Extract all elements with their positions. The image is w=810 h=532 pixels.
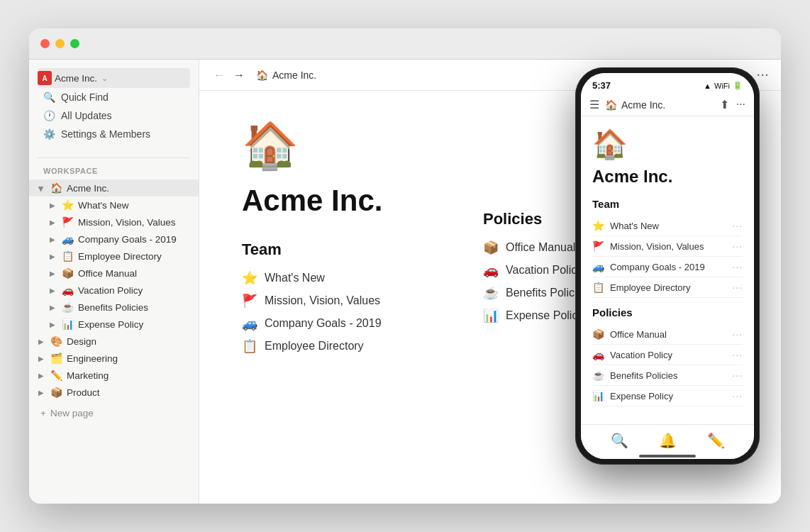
- quick-find-item[interactable]: 🔍 Quick Find: [38, 88, 190, 106]
- toolbar-right: Share ✓ Updates Favorite ···: [613, 70, 770, 81]
- plus-icon: +: [40, 408, 46, 419]
- main-content: ← → 🏠 Acme Inc. Share ✓ Updates Favorite…: [199, 60, 781, 504]
- favorite-button[interactable]: Favorite: [710, 70, 746, 81]
- page-left-column: 🏠 Acme Inc. Team ⭐What's New🚩Mission, Vi…: [242, 119, 440, 475]
- close-button[interactable]: [40, 39, 50, 48]
- breadcrumb-icon: 🏠: [256, 70, 268, 81]
- tree-toggle-icon: ▶: [46, 201, 59, 209]
- team-list: ⭐What's New🚩Mission, Vision, Values🚙Comp…: [242, 270, 440, 354]
- new-page-button[interactable]: + New page: [29, 404, 199, 423]
- sidebar-item[interactable]: ▶ 🎨 Design: [29, 333, 199, 350]
- quick-find-label: Quick Find: [61, 92, 109, 103]
- share-button[interactable]: Share: [613, 70, 639, 81]
- team-section-title: Team: [242, 240, 440, 259]
- breadcrumb-title: Acme Inc.: [272, 70, 316, 81]
- policies-list-item[interactable]: 🚗Vacation Policy: [483, 262, 625, 278]
- acme-root-label: 🏠 Acme Inc.: [50, 182, 109, 194]
- check-icon: ✓: [651, 70, 659, 80]
- gear-icon: ⚙️: [43, 128, 55, 140]
- sidebar-item[interactable]: ▶ ✏️ Marketing: [29, 367, 199, 384]
- policies-list: 📦Office Manual🚗Vacation Policy☕Benefits …: [483, 240, 625, 323]
- breadcrumb: 🏠 Acme Inc.: [256, 70, 316, 81]
- policies-list-item[interactable]: 📦Office Manual: [483, 240, 625, 255]
- tree-toggle-icon: ▶: [46, 287, 59, 294]
- team-list-item[interactable]: 🚙Company Goals - 2019: [242, 316, 440, 331]
- sidebar-item[interactable]: ▶ 📦 Product: [29, 384, 199, 401]
- back-button[interactable]: ←: [211, 67, 228, 83]
- page-icon: 🏠: [242, 119, 440, 172]
- tree-toggle-icon: ▶: [46, 253, 59, 260]
- sidebar-item[interactable]: ▶ 🗂️ Engineering: [29, 350, 199, 367]
- sidebar-item-acme-root[interactable]: ▶ 🏠 Acme Inc.: [29, 179, 199, 196]
- clock-icon: 🕐: [43, 110, 55, 121]
- sidebar-item[interactable]: ▶ 🚩 Mission, Vision, Values: [29, 214, 199, 231]
- tree-toggle-icon: ▶: [46, 321, 59, 328]
- all-updates-item[interactable]: 🕐 All Updates: [38, 106, 190, 125]
- team-list-item[interactable]: 🚩Mission, Vision, Values: [242, 293, 440, 309]
- sidebar-divider: [38, 157, 190, 158]
- title-bar: [29, 28, 781, 60]
- new-page-label: New page: [50, 408, 94, 419]
- team-list-item[interactable]: ⭐What's New: [242, 270, 440, 286]
- sidebar: A Acme Inc. ⌄ 🔍 Quick Find 🕐 All Updates…: [29, 60, 199, 504]
- tree-toggle-icon: ▶: [35, 389, 48, 397]
- tree-toggle-icon: ▶: [35, 338, 48, 345]
- maximize-button[interactable]: [70, 39, 79, 48]
- page-body: 🏠 Acme Inc. Team ⭐What's New🚩Mission, Vi…: [199, 91, 781, 504]
- sidebar-top: A Acme Inc. ⌄ 🔍 Quick Find 🕐 All Updates…: [29, 68, 199, 152]
- all-updates-label: All Updates: [61, 110, 112, 121]
- search-icon: 🔍: [43, 92, 55, 103]
- page-right-column: Policies 📦Office Manual🚗Vacation Policy☕…: [483, 119, 625, 475]
- content-toolbar: ← → 🏠 Acme Inc. Share ✓ Updates Favorite…: [199, 60, 781, 91]
- tree-toggle-icon: ▶: [35, 372, 48, 379]
- policies-list-item[interactable]: ☕Benefits Policies: [483, 285, 625, 301]
- workspace-name[interactable]: A Acme Inc. ⌄: [38, 68, 190, 88]
- app-window: A Acme Inc. ⌄ 🔍 Quick Find 🕐 All Updates…: [29, 28, 781, 504]
- page-title: Acme Inc.: [242, 184, 440, 218]
- workspace-section-label: WORKSPACE: [29, 164, 199, 179]
- workspace-logo: A: [38, 71, 52, 85]
- sidebar-item[interactable]: ▶ 📊 Expense Policy: [29, 316, 199, 333]
- workspace-name-label: Acme Inc.: [55, 73, 97, 84]
- tree-toggle-icon: ▶: [46, 235, 59, 243]
- app-body: A Acme Inc. ⌄ 🔍 Quick Find 🕐 All Updates…: [29, 60, 781, 504]
- forward-button[interactable]: →: [231, 67, 248, 83]
- tree-toggle-icon: ▶: [38, 182, 45, 195]
- team-list-item[interactable]: 📋Employee Directory: [242, 338, 440, 354]
- tree-toggle-icon: ▶: [46, 304, 59, 311]
- tree-toggle-icon: ▶: [46, 270, 59, 277]
- policies-section-title: Policies: [483, 210, 625, 228]
- minimize-button[interactable]: [55, 39, 65, 48]
- policies-list-item[interactable]: 📊Expense Policy: [483, 308, 625, 323]
- sidebar-item[interactable]: ▶ ☕ Benefits Policies: [29, 299, 199, 316]
- traffic-lights: [40, 39, 79, 48]
- tree-toggle-icon: ▶: [46, 218, 59, 226]
- settings-label: Settings & Members: [61, 128, 150, 140]
- sidebar-item[interactable]: ▶ 🚗 Vacation Policy: [29, 282, 199, 299]
- sidebar-item[interactable]: ▶ ⭐ What's New: [29, 196, 199, 214]
- sidebar-tree: ▶ ⭐ What's New ▶ 🚩 Mission, Vision, Valu…: [29, 196, 199, 401]
- sidebar-item[interactable]: ▶ 📋 Employee Directory: [29, 248, 199, 265]
- nav-buttons: ← →: [211, 67, 248, 83]
- tree-toggle-icon: ▶: [35, 355, 48, 362]
- sidebar-item[interactable]: ▶ 📦 Office Manual: [29, 265, 199, 282]
- updates-button[interactable]: ✓ Updates: [651, 70, 699, 81]
- more-button[interactable]: ···: [757, 70, 770, 81]
- sidebar-item[interactable]: ▶ 🚙 Company Goals - 2019: [29, 231, 199, 248]
- chevron-down-icon: ⌄: [101, 74, 108, 83]
- settings-item[interactable]: ⚙️ Settings & Members: [38, 125, 190, 143]
